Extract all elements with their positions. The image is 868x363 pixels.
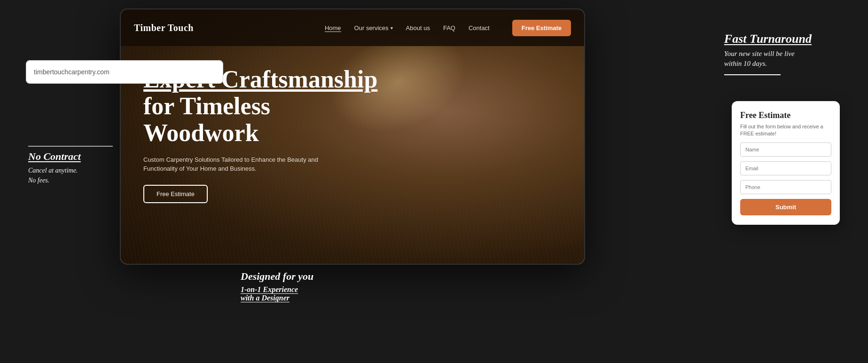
nav-logo: Timber Touch xyxy=(134,23,194,33)
hero-cta-button[interactable]: Free Estimate xyxy=(143,185,208,203)
nav-links: Home Our services ▾ About us FAQ Contact… xyxy=(325,20,571,36)
nav-link-about[interactable]: About us xyxy=(406,24,430,32)
designed-sub: 1-on-1 Experiencewith a Designer xyxy=(241,285,452,302)
card-description: Fill out the form below and receive a FR… xyxy=(740,123,831,138)
url-text: timbertouchcarpentry.com xyxy=(34,68,109,76)
address-bar[interactable]: timbertouchcarpentry.com xyxy=(26,60,223,84)
nav-link-services[interactable]: Our services ▾ xyxy=(354,24,393,32)
hero-section: Timber Touch Home Our services ▾ About u… xyxy=(121,9,584,264)
browser-mockup: Timber Touch Home Our services ▾ About u… xyxy=(120,8,585,265)
fast-turnaround-subtitle: Your new site will be live within 10 day… xyxy=(724,49,809,69)
hero-content: Expert Craftsmanship for Timeless Woodwo… xyxy=(143,66,388,203)
free-estimate-card: Free Estimate Fill out the form below an… xyxy=(732,101,840,225)
nav-link-faq[interactable]: FAQ xyxy=(443,24,455,32)
fast-turnaround-title: Fast Turnaround xyxy=(724,32,812,46)
no-contract-subtitle: Cancel at anytime.No fees. xyxy=(28,166,113,185)
hero-subtitle: Custom Carpentry Solutions Tailored to E… xyxy=(143,155,322,174)
card-title: Free Estimate xyxy=(740,110,831,120)
no-contract-badge: No Contract Cancel at anytime.No fees. xyxy=(28,146,113,185)
nav-link-contact[interactable]: Contact xyxy=(469,24,490,32)
navbar: Timber Touch Home Our services ▾ About u… xyxy=(121,9,584,46)
no-contract-title: No Contract xyxy=(28,150,113,163)
nav-link-home[interactable]: Home xyxy=(325,24,341,32)
designed-section: Designed for you 1-on-1 Experiencewith a… xyxy=(241,270,452,302)
name-input[interactable] xyxy=(740,142,831,157)
submit-button[interactable]: Submit xyxy=(740,199,831,215)
fast-turnaround-divider xyxy=(724,74,781,75)
nav-cta-button[interactable]: Free Estimate xyxy=(512,20,571,36)
hero-title-line2: for Timeless Woodwork xyxy=(143,93,388,146)
chevron-down-icon: ▾ xyxy=(391,25,393,31)
phone-input[interactable] xyxy=(740,180,831,194)
fast-turnaround-badge: Fast Turnaround Your new site will be li… xyxy=(724,32,812,75)
no-contract-divider xyxy=(28,146,113,147)
designed-label: Designed for you xyxy=(241,270,452,283)
email-input[interactable] xyxy=(740,161,831,175)
